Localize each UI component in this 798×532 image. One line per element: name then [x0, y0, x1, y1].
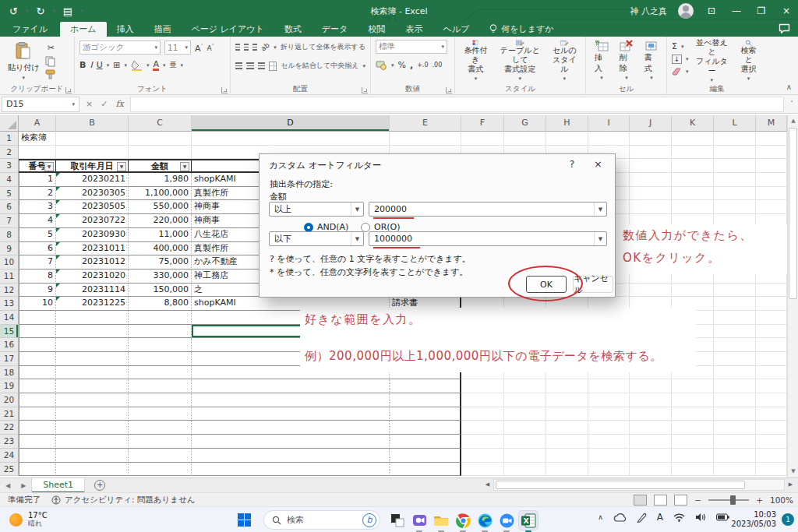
column-header-D[interactable]: D [192, 115, 390, 132]
cell-C4[interactable]: 1,980 [129, 173, 192, 187]
cancel-entry-icon[interactable]: × [86, 99, 93, 109]
cell-J3[interactable] [630, 159, 672, 173]
cell-C24[interactable] [129, 449, 192, 463]
paste-button[interactable]: 貼り付け ▾ [5, 40, 42, 83]
increase-decimal-icon[interactable]: +.0 [417, 59, 428, 71]
cell-J1[interactable] [630, 132, 672, 146]
cell-B1[interactable] [56, 132, 129, 146]
cell-J20[interactable] [630, 393, 672, 407]
cell-F20[interactable] [461, 393, 504, 407]
wifi-icon[interactable] [673, 513, 685, 522]
cell-A7[interactable]: 4 [19, 214, 56, 228]
select-all-corner[interactable] [0, 115, 19, 132]
ribbon-tab-データ[interactable]: データ [312, 22, 358, 37]
cell-C9[interactable]: 400,000 [129, 242, 192, 256]
currency-icon[interactable] [376, 60, 387, 70]
cell-H22[interactable] [546, 421, 588, 435]
font-color-caret-icon[interactable]: ▾ [163, 62, 166, 69]
cell-D21[interactable] [192, 407, 390, 421]
fill-caret-icon[interactable]: ▾ [686, 56, 689, 62]
cell-H21[interactable] [546, 407, 588, 421]
cell-M19[interactable] [756, 379, 787, 393]
column-header-C[interactable]: C [129, 115, 192, 132]
font-color-icon[interactable]: A [153, 60, 159, 71]
cell-B8[interactable]: 20230930 [56, 228, 129, 242]
fill-down-icon[interactable]: ↓ [672, 55, 682, 64]
cell-D19[interactable] [192, 379, 390, 393]
cell-L2[interactable] [714, 146, 756, 160]
cell-A22[interactable] [19, 421, 56, 435]
cell-K1[interactable] [672, 132, 714, 146]
cell-C13[interactable]: 8,800 [129, 297, 192, 311]
copy-icon[interactable] [45, 56, 56, 67]
row-header-22[interactable]: 22 [0, 421, 19, 435]
excel-button[interactable]: X [519, 511, 538, 530]
page-layout-view-icon[interactable] [654, 495, 667, 506]
ribbon-tab-校閲[interactable]: 校閲 [358, 22, 395, 37]
cell-L3[interactable] [714, 159, 756, 173]
minimize-button[interactable]: — [729, 5, 743, 16]
cell-K25[interactable] [672, 463, 714, 477]
cell-I19[interactable] [588, 379, 630, 393]
cell-C12[interactable]: 150,000 [129, 284, 192, 298]
cell-A23[interactable] [19, 435, 56, 449]
percent-icon[interactable]: % [398, 59, 406, 71]
cell-A17[interactable] [19, 352, 56, 366]
sheet-tab-sheet1[interactable]: Sheet1 [31, 478, 85, 493]
enter-entry-icon[interactable]: ✓ [101, 99, 108, 109]
horizontal-scroll-thumb[interactable] [496, 481, 745, 489]
row-header-12[interactable]: 12 [0, 284, 19, 298]
cell-L25[interactable] [714, 463, 756, 477]
dialog-help-button[interactable]: ? [570, 159, 574, 170]
page-break-view-icon[interactable] [674, 495, 687, 506]
cell-C20[interactable] [129, 393, 192, 407]
operator1-combo[interactable]: 以上 ▼ [269, 202, 364, 217]
file-explorer-button[interactable] [432, 511, 450, 530]
cell-F19[interactable] [461, 379, 504, 393]
normal-view-icon[interactable] [634, 495, 647, 506]
cell-L1[interactable] [714, 132, 756, 146]
cell-B20[interactable] [56, 393, 129, 407]
row-header-14[interactable]: 14 [0, 311, 19, 325]
cell-F1[interactable] [461, 132, 504, 146]
column-header-B[interactable]: B [56, 115, 129, 132]
cell-styles-button[interactable]: セルの スタイル ▾ [549, 40, 581, 83]
wrap-text-button[interactable]: 折り返して全体を表示する [281, 42, 365, 52]
cell-B18[interactable] [56, 366, 129, 380]
cell-K4[interactable] [672, 173, 714, 187]
cell-B21[interactable] [56, 407, 129, 421]
zoom-slider[interactable] [708, 499, 749, 501]
alignment-dialog-launcher-icon[interactable] [362, 87, 368, 93]
cut-icon[interactable]: ✂ [45, 42, 56, 54]
font-size-combo[interactable]: 11▾ [164, 41, 191, 55]
cell-L5[interactable] [714, 187, 756, 201]
cell-J5[interactable] [630, 187, 672, 201]
cell-K5[interactable] [672, 187, 714, 201]
align-middle-icon[interactable] [244, 44, 249, 51]
cell-H1[interactable] [546, 132, 588, 146]
cell-K6[interactable] [672, 200, 714, 214]
borders-caret-icon[interactable]: ▾ [124, 62, 127, 69]
cell-I24[interactable] [588, 449, 630, 463]
cell-M20[interactable] [756, 393, 787, 407]
cell-L13[interactable] [714, 297, 756, 311]
column-header-H[interactable]: H [546, 115, 588, 132]
cell-H23[interactable] [546, 435, 588, 449]
clipboard-dialog-launcher-icon[interactable] [65, 87, 72, 93]
cell-J21[interactable] [630, 407, 672, 421]
touch-mode-icon[interactable]: ▤ [63, 6, 72, 16]
cell-M3[interactable] [756, 159, 787, 173]
close-button[interactable]: × [779, 5, 793, 16]
cell-A10[interactable]: 7 [19, 255, 56, 270]
cell-E1[interactable] [390, 132, 461, 146]
scroll-down-icon[interactable]: ▼ [788, 466, 798, 477]
cell-F25[interactable] [461, 463, 504, 477]
scroll-left-icon[interactable]: ◀ [482, 479, 493, 491]
italic-button[interactable]: I [90, 59, 92, 71]
tell-me-search[interactable]: 何をしますか [479, 22, 563, 37]
filter-button-B3[interactable]: ▼ [117, 162, 126, 171]
cell-M24[interactable] [756, 449, 787, 463]
cell-C14[interactable] [129, 311, 192, 325]
cell-H20[interactable] [546, 393, 588, 407]
cell-E24[interactable] [390, 449, 461, 463]
